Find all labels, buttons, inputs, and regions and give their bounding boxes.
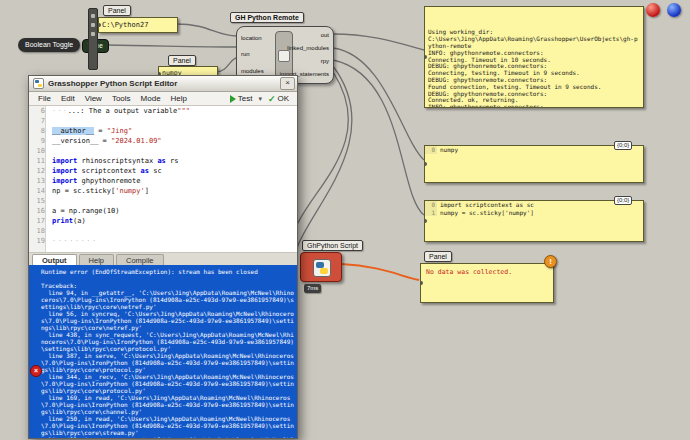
line-number: 15: [29, 196, 48, 206]
menu-item[interactable]: Tools: [107, 94, 136, 103]
sticky-panel[interactable]: 0 import scriptcontext as sc 1 numpy = s…: [424, 200, 644, 242]
data-path-badge: {0;0}: [614, 141, 632, 150]
code-line[interactable]: 6 ···...: The a output variable""": [29, 106, 297, 116]
code-text: import rhinoscriptsyntax as rs: [48, 156, 178, 166]
code-line[interactable]: 10: [29, 146, 297, 156]
line-number: 18: [29, 226, 48, 236]
code-text: import scriptcontext as sc: [48, 166, 162, 176]
wire[interactable]: [333, 34, 424, 50]
panel-row: 0 import scriptcontext as sc: [425, 201, 643, 209]
input-param[interactable]: run: [241, 51, 264, 58]
check-icon: ✓: [268, 94, 276, 104]
code-line[interactable]: 8 __author__ = "Jing": [29, 126, 297, 136]
chevron-down-icon[interactable]: ▾: [256, 95, 264, 103]
output-param[interactable]: linked_modules: [280, 45, 329, 52]
wire[interactable]: [292, 72, 348, 258]
vertical-widget[interactable]: [88, 8, 98, 70]
output-param[interactable]: rpy: [280, 58, 329, 65]
path-panel[interactable]: C:\Python27: [98, 17, 178, 33]
wire[interactable]: [333, 48, 424, 160]
console-line: line 387, in serve, 'C:\Users\Jing\AppDa…: [41, 352, 294, 373]
title-bar[interactable]: Grasshopper Python Script Editor ×: [29, 76, 297, 92]
wire[interactable]: [216, 58, 237, 72]
panel-tag[interactable]: Panel: [424, 251, 452, 262]
code-line[interactable]: 16 a = np.range(10): [29, 206, 297, 216]
code-text: [48, 226, 52, 236]
code-line[interactable]: 17 print(a): [29, 216, 297, 226]
wire[interactable]: [106, 45, 237, 47]
close-button[interactable]: ×: [280, 77, 295, 90]
code-editor[interactable]: 6 ···...: The a output variable""" 7 8 _…: [29, 106, 297, 253]
console-line: line 169, in read, 'C:\Users\Jing\AppDat…: [41, 394, 294, 415]
code-line[interactable]: 12 import scriptcontext as sc: [29, 166, 297, 176]
window-title: Grasshopper Python Script Editor: [48, 79, 280, 88]
log-panel[interactable]: Using working_dir:C:\Users\Jing\AppData\…: [424, 6, 644, 108]
menu-item[interactable]: Edit: [56, 94, 80, 103]
console-line: line 438, in sync_request, 'C:\Users\Jin…: [41, 331, 294, 352]
ghpython-script-tag: GhPython Script: [302, 240, 363, 251]
nodata-panel[interactable]: No data was collected.: [420, 263, 554, 303]
panel-row: 0 numpy: [425, 146, 643, 154]
output-param[interactable]: out: [280, 32, 329, 39]
line-number: 10: [29, 146, 48, 156]
log-lines: Using working_dir:C:\Users\Jing\AppData\…: [425, 7, 643, 108]
code-line[interactable]: 11 import rhinoscriptsyntax as rs: [29, 156, 297, 166]
console-line: line 94, in __getattr__, 'C:\Users\Jing\…: [41, 289, 294, 310]
ok-button[interactable]: ✓ OK: [264, 94, 293, 104]
nodata-text: No data was collected.: [421, 264, 553, 280]
code-line[interactable]: 7: [29, 116, 297, 126]
menu-item[interactable]: Help: [166, 94, 192, 103]
console-line: line 250, in read, 'C:\Users\Jing\AppDat…: [41, 415, 294, 436]
console-line: Runtime error (EndOfStreamException): st…: [41, 268, 294, 275]
log-line: C:\Users\Jing\AppData\Roaming\Grasshoppe…: [428, 36, 640, 50]
code-text: [48, 196, 52, 206]
console-line: line 433, in _async_request, 'C:\Users\J…: [41, 436, 294, 438]
code-line[interactable]: 19 ········: [29, 236, 297, 246]
boolean-toggle[interactable]: Boolean Toggle: [18, 38, 80, 52]
row-number: 0: [425, 146, 437, 154]
python-icon: [313, 259, 331, 277]
numpy-panel[interactable]: 0 numpy: [424, 145, 644, 183]
panel-tag[interactable]: Panel: [103, 5, 131, 16]
code-text: ········: [48, 236, 98, 246]
wire[interactable]: [176, 24, 237, 36]
line-number: 8: [29, 126, 48, 136]
panel-row: 1 numpy = sc.sticky['numpy']: [425, 209, 643, 217]
blue-sphere-icon[interactable]: [667, 3, 681, 17]
output-params: outlinked_modulesrpyimport_statements: [280, 29, 329, 81]
red-sphere-icon[interactable]: [646, 3, 660, 17]
code-text: ···...: The a output variable""": [48, 106, 190, 116]
code-line[interactable]: 14 np = sc.sticky['numpy']: [29, 186, 297, 196]
line-number: 7: [29, 116, 48, 126]
menu-item[interactable]: View: [80, 94, 107, 103]
test-button[interactable]: Test: [226, 94, 257, 103]
code-line[interactable]: 18: [29, 226, 297, 236]
console-lines: Runtime error (EndOfStreamException): st…: [41, 268, 294, 438]
code-text: print(a): [48, 216, 86, 226]
line-number: 6: [29, 106, 48, 116]
wire[interactable]: [295, 66, 352, 266]
input-param[interactable]: location: [241, 35, 264, 42]
warning-balloon[interactable]: !: [544, 255, 557, 268]
panel-text: C:\Python27: [99, 18, 177, 32]
error-wire[interactable]: [341, 264, 419, 280]
row-number: 1: [425, 209, 437, 217]
python-icon: [33, 78, 44, 89]
line-number: 19: [29, 236, 48, 246]
line-number: 16: [29, 206, 48, 216]
ghpython-script-component[interactable]: [300, 252, 342, 282]
code-line[interactable]: 15: [29, 196, 297, 206]
row-number: 0: [425, 201, 437, 209]
output-console[interactable]: × Runtime error (EndOfStreamException): …: [29, 265, 297, 438]
row-value: import scriptcontext as sc: [437, 201, 534, 209]
menu-bar: FileEditViewToolsModeHelp Test ▾ ✓ OK: [29, 92, 297, 106]
code-line[interactable]: 9 __version__ = "2024.01.09": [29, 136, 297, 146]
row-value: numpy = sc.sticky['numpy']: [437, 209, 534, 217]
menu-item[interactable]: Mode: [136, 94, 166, 103]
python-script-editor-window[interactable]: Grasshopper Python Script Editor × FileE…: [28, 75, 298, 439]
wire[interactable]: [333, 60, 424, 215]
panel-tag[interactable]: Panel: [168, 55, 196, 66]
code-text: __author__ = "Jing": [48, 126, 132, 136]
code-line[interactable]: 13 import ghpythonremote: [29, 176, 297, 186]
menu-item[interactable]: File: [33, 94, 56, 103]
